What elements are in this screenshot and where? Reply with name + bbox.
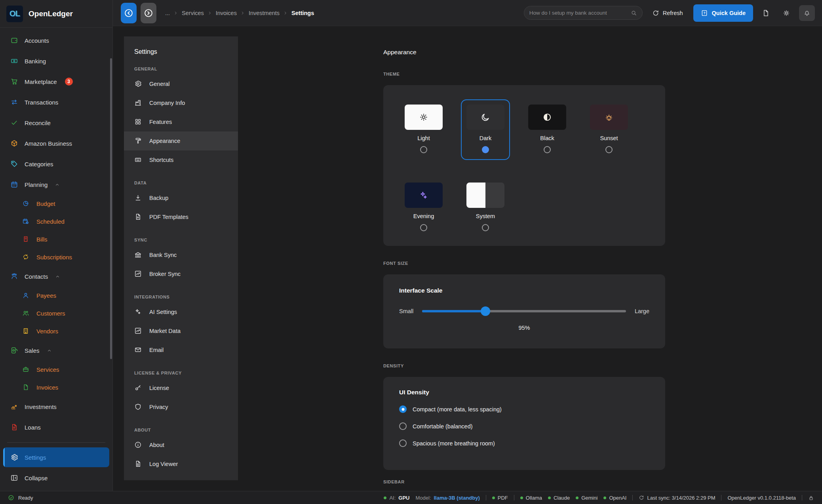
sidebar-item-sales[interactable]: Sales <box>0 340 112 361</box>
theme-toggle-button[interactable] <box>778 5 794 21</box>
settings-nav-email[interactable]: Email <box>124 340 238 359</box>
sidebar-item-marketplace[interactable]: Marketplace 3 <box>0 71 112 92</box>
settings-nav-privacy[interactable]: Privacy <box>124 397 238 417</box>
sidebar-item-subscriptions[interactable]: Subscriptions <box>0 248 112 266</box>
status-separator <box>721 495 721 500</box>
search-icon <box>631 10 637 16</box>
model-name[interactable]: llama-3B (standby) <box>434 495 480 501</box>
key-icon <box>134 384 142 392</box>
sidebar-item-transactions[interactable]: Transactions <box>0 92 112 112</box>
sidebar-item-invoices[interactable]: Invoices <box>0 378 112 396</box>
theme-radio-dark[interactable] <box>482 146 489 153</box>
slider-thumb[interactable] <box>481 306 490 316</box>
sidebar-collapse-button[interactable]: Collapse <box>0 469 112 487</box>
receipt-icon <box>22 236 30 243</box>
sidebar-item-amazon-business[interactable]: Amazon Business <box>0 133 112 154</box>
sidebar-item-contacts[interactable]: Contacts <box>0 266 112 287</box>
ui-density-card: UI Density Compact (more data, less spac… <box>383 377 665 470</box>
theme-option-sunset[interactable]: Sunset <box>584 99 634 160</box>
theme-radio-evening[interactable] <box>420 224 427 231</box>
density-radio-compact[interactable] <box>399 405 407 413</box>
system-theme-swatch <box>466 183 504 208</box>
settings-nav-about[interactable]: About <box>124 436 238 455</box>
sidebar-item-payees[interactable]: Payees <box>0 287 112 304</box>
breadcrumb-item[interactable]: Services <box>182 10 204 16</box>
theme-radio-light[interactable] <box>420 146 427 153</box>
check-circle-icon <box>8 494 14 501</box>
moon-icon <box>480 112 491 122</box>
settings-nav-market-data[interactable]: Market Data <box>124 321 238 340</box>
sidebar-item-scheduled[interactable]: Scheduled <box>0 213 112 230</box>
lock-icon <box>808 495 814 501</box>
sidebar-item-settings[interactable]: Settings <box>3 447 109 467</box>
density-option-comfortable[interactable]: Comfortable (balanced) <box>399 422 649 430</box>
main-area: Settings GENERAL General Company Info Fe… <box>113 26 822 491</box>
sidebar-item-categories[interactable]: Categories <box>0 154 112 174</box>
users-group-icon <box>10 272 18 280</box>
theme-option-black[interactable]: Black <box>523 99 572 160</box>
sidebar-item-vendors[interactable]: Vendors <box>0 322 112 340</box>
provider-status-claude: Claude <box>548 495 570 501</box>
breadcrumb-item[interactable]: Invoices <box>216 10 237 16</box>
green-dot-icon <box>492 496 495 499</box>
forward-button[interactable] <box>141 3 156 23</box>
breadcrumb-current: Settings <box>291 10 314 16</box>
theme-radio-system[interactable] <box>482 224 489 231</box>
scale-slider[interactable] <box>422 310 626 312</box>
sidebar-item-services[interactable]: Services <box>0 361 112 378</box>
section-label-data: DATA <box>124 181 238 188</box>
settings-nav-log-viewer[interactable]: Log Viewer <box>124 455 238 474</box>
density-option-spacious[interactable]: Spacious (more breathing room) <box>399 439 649 447</box>
keyboard-icon <box>134 156 142 164</box>
sidebar-item-loans[interactable]: Loans <box>0 417 112 437</box>
sidebar-item-bills[interactable]: Bills <box>0 230 112 248</box>
theme-option-evening[interactable]: Evening <box>399 177 448 238</box>
settings-nav-license[interactable]: License <box>124 378 238 397</box>
quick-guide-button[interactable]: ? Quick Guide <box>693 4 753 22</box>
theme-radio-black[interactable] <box>544 146 551 153</box>
settings-nav-pdf-templates[interactable]: PDF Templates <box>124 207 238 226</box>
settings-nav-broker-sync[interactable]: Broker Sync <box>124 264 238 283</box>
settings-nav-panel: Settings GENERAL General Company Info Fe… <box>124 36 238 480</box>
sidebar-item-budget[interactable]: Budget <box>0 195 112 213</box>
appearance-content: Appearance THEME Light Dark <box>383 26 665 483</box>
circle-arrow-right-icon <box>143 8 154 18</box>
search-input[interactable] <box>529 10 628 16</box>
settings-nav-shortcuts[interactable]: Shortcuts <box>124 150 238 169</box>
download-icon <box>134 194 142 202</box>
back-button[interactable] <box>121 3 137 23</box>
refresh-button[interactable]: Refresh <box>652 10 683 17</box>
notifications-button[interactable] <box>799 5 815 21</box>
density-radio-comfortable[interactable] <box>399 422 407 430</box>
density-option-compact[interactable]: Compact (more data, less spacing) <box>399 405 649 413</box>
settings-nav-backup[interactable]: Backup <box>124 188 238 207</box>
theme-radio-sunset[interactable] <box>605 146 613 153</box>
sidebar-item-reconcile[interactable]: Reconcile <box>0 112 112 133</box>
settings-nav-appearance[interactable]: Appearance <box>124 131 238 150</box>
sidebar-scrollbar[interactable] <box>110 58 112 359</box>
sidebar-item-accounts[interactable]: Accounts <box>0 30 112 51</box>
new-document-button[interactable] <box>758 5 774 21</box>
theme-option-light[interactable]: Light <box>399 99 448 160</box>
circle-arrow-left-icon <box>124 8 134 18</box>
marketplace-badge: 3 <box>65 78 73 86</box>
sidebar-item-planning[interactable]: Planning <box>0 174 112 195</box>
file-icon <box>762 9 770 17</box>
breadcrumb-item[interactable]: Investments <box>249 10 280 16</box>
density-radio-spacious[interactable] <box>399 439 407 447</box>
settings-nav-general[interactable]: General <box>124 74 238 93</box>
sidebar-item-customers[interactable]: Customers <box>0 304 112 322</box>
theme-option-system[interactable]: System <box>461 177 510 238</box>
settings-nav-bank-sync[interactable]: Bank Sync <box>124 245 238 264</box>
grid-icon <box>134 118 142 126</box>
green-dot-icon <box>548 496 551 499</box>
theme-option-dark[interactable]: Dark <box>461 99 510 160</box>
breadcrumb-ellipsis[interactable]: ... <box>165 10 170 16</box>
paint-roller-icon <box>134 137 142 145</box>
settings-nav-features[interactable]: Features <box>124 112 238 131</box>
sidebar-item-investments[interactable]: Investments <box>0 396 112 417</box>
settings-nav-company-info[interactable]: Company Info <box>124 93 238 112</box>
sidebar-item-banking[interactable]: Banking <box>0 51 112 71</box>
section-label-about: ABOUT <box>124 428 238 436</box>
settings-nav-ai-settings[interactable]: AI Settings <box>124 302 238 321</box>
